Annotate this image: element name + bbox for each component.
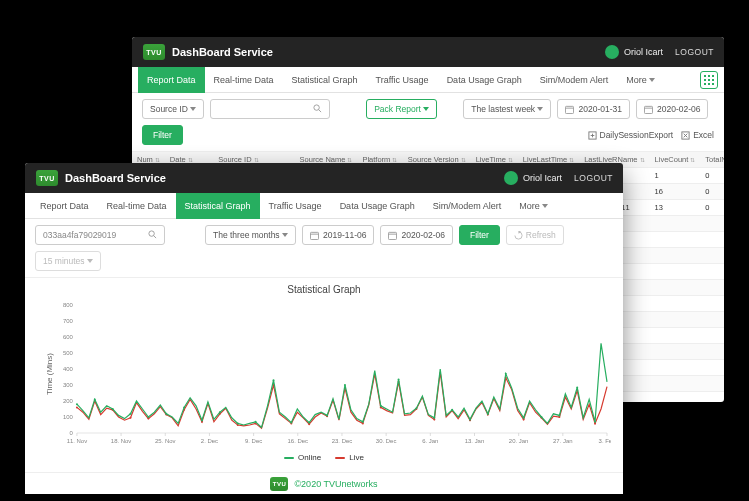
user-name[interactable]: Oriol Icart [624, 47, 663, 57]
y-tick: 100 [63, 414, 74, 420]
tab-more[interactable]: More [510, 193, 557, 219]
refresh-button[interactable]: Refresh [506, 225, 564, 245]
daily-session-export[interactable]: DailySessionExport [588, 130, 674, 140]
svg-point-75 [219, 411, 221, 413]
logo: TVU [35, 169, 59, 187]
app-title: DashBoard Service [172, 46, 273, 58]
y-tick: 200 [63, 398, 74, 404]
tab-traffic-usage[interactable]: Traffic Usage [367, 67, 438, 93]
tab-data-usage-graph[interactable]: Data Usage Graph [331, 193, 424, 219]
y-axis-label: Time (Mins) [45, 353, 54, 395]
y-tick: 300 [63, 382, 74, 388]
date-to[interactable]: 2020-02-06 [380, 225, 452, 245]
tab-realtime-data[interactable]: Real-time Data [98, 193, 176, 219]
range-select[interactable]: The three months [205, 225, 296, 245]
source-id-select[interactable]: Source ID [142, 99, 204, 119]
chevron-down-icon [87, 259, 93, 263]
user-name[interactable]: Oriol Icart [523, 173, 562, 183]
x-tick: 27. Jan [553, 438, 573, 444]
svg-rect-11 [566, 106, 574, 113]
legend-online: Online [284, 453, 321, 462]
front-window: TVU DashBoard Service Oriol Icart LOGOUT… [25, 163, 623, 494]
tab-more[interactable]: More [617, 67, 664, 93]
svg-point-86 [415, 407, 417, 409]
pack-report-select[interactable]: Pack Report [366, 99, 437, 119]
tab-realtime-data[interactable]: Real-time Data [205, 67, 283, 93]
svg-rect-6 [704, 83, 706, 85]
chevron-down-icon [190, 107, 196, 111]
calendar-icon [644, 105, 653, 114]
tab-statistical-graph[interactable]: Statistical Graph [283, 67, 367, 93]
excel-export[interactable]: Excel [681, 130, 714, 140]
copyright: ©2020 TVUnetworks [294, 479, 377, 489]
svg-point-83 [362, 421, 364, 423]
range-select[interactable]: The lastest week [463, 99, 551, 119]
date-from[interactable]: 2020-01-31 [557, 99, 629, 119]
svg-point-37 [76, 406, 78, 408]
svg-point-89 [469, 418, 471, 420]
y-tick: 400 [63, 366, 74, 372]
svg-line-10 [319, 109, 322, 112]
svg-point-70 [130, 413, 132, 415]
logout-button[interactable]: LOGOUT [675, 47, 714, 57]
svg-point-69 [112, 408, 114, 410]
series-online [77, 343, 607, 427]
y-tick: 800 [63, 302, 74, 308]
y-tick: 0 [70, 430, 74, 436]
svg-rect-0 [704, 75, 706, 77]
svg-point-94 [558, 414, 560, 416]
svg-point-40 [130, 417, 132, 419]
tab-report-data[interactable]: Report Data [31, 193, 98, 219]
logo: TVU [142, 43, 166, 61]
svg-rect-21 [389, 232, 397, 239]
svg-point-79 [290, 422, 292, 424]
legend-live: Live [335, 453, 364, 462]
svg-point-96 [594, 421, 596, 423]
filter-button[interactable]: Filter [142, 125, 183, 145]
x-tick: 9. Dec [245, 438, 262, 444]
logout-button[interactable]: LOGOUT [574, 173, 613, 183]
tab-data-usage-graph[interactable]: Data Usage Graph [438, 67, 531, 93]
chart: Time (Mins) 010020030040050060070080011.… [25, 297, 623, 451]
tab-statistical-graph[interactable]: Statistical Graph [176, 193, 260, 219]
calendar-icon [388, 231, 397, 240]
svg-point-17 [149, 230, 154, 235]
svg-rect-7 [708, 83, 710, 85]
svg-point-71 [147, 416, 149, 418]
tab-report-data[interactable]: Report Data [138, 67, 205, 93]
x-tick: 16. Dec [288, 438, 309, 444]
tab-sim-modem-alert[interactable]: Sim/Modem Alert [531, 67, 618, 93]
interval-select[interactable]: 15 minutes [35, 251, 101, 271]
chevron-down-icon [649, 78, 655, 82]
svg-point-76 [237, 422, 239, 424]
svg-point-92 [523, 417, 525, 419]
calendar-icon [565, 105, 574, 114]
col-header[interactable]: TotalNetwork⇅ [700, 152, 724, 168]
svg-point-72 [165, 413, 167, 415]
tab-traffic-usage[interactable]: Traffic Usage [260, 193, 331, 219]
svg-point-81 [326, 414, 328, 416]
tab-sim-modem-alert[interactable]: Sim/Modem Alert [424, 193, 511, 219]
date-from[interactable]: 2019-11-06 [302, 225, 374, 245]
x-tick: 6. Jan [422, 438, 438, 444]
svg-point-87 [433, 417, 435, 419]
avatar-icon [504, 171, 518, 185]
x-tick: 25. Nov [155, 438, 176, 444]
y-tick: 700 [63, 318, 74, 324]
titlebar-front: TVU DashBoard Service Oriol Icart LOGOUT [25, 163, 623, 193]
tabs-front: Report Data Real-time Data Statistical G… [25, 193, 623, 219]
filter-button[interactable]: Filter [459, 225, 500, 245]
search-input[interactable]: 033aa4fa79029019 [35, 225, 165, 245]
col-header[interactable]: LiveCount⇅ [650, 152, 701, 168]
toolbar-back: Source ID Pack Report The lastest week 2… [132, 93, 724, 152]
calendar-icon [310, 231, 319, 240]
search-input[interactable] [210, 99, 330, 119]
svg-point-93 [540, 416, 542, 418]
x-tick: 13. Jan [465, 438, 485, 444]
chart-legend: Online Live [25, 451, 623, 472]
date-to[interactable]: 2020-02-06 [636, 99, 708, 119]
chevron-down-icon [423, 107, 429, 111]
grid-layout-button[interactable] [700, 71, 718, 89]
svg-rect-4 [708, 79, 710, 81]
svg-point-80 [308, 422, 310, 424]
